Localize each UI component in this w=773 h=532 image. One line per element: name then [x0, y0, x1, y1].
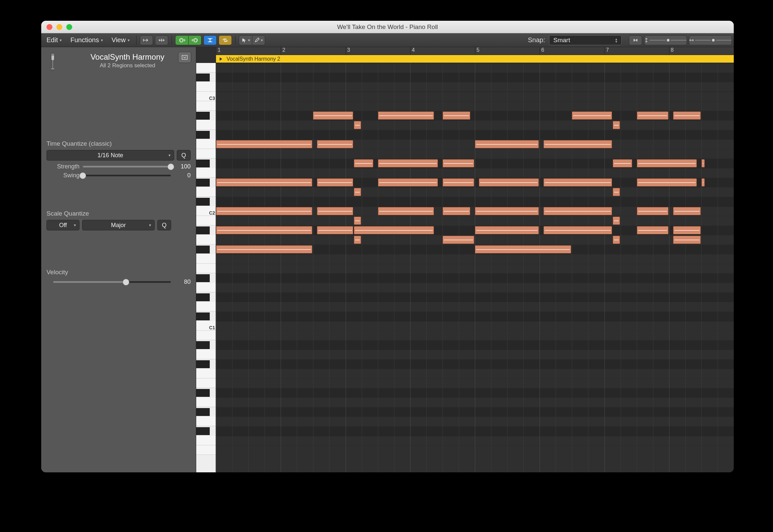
ruler-bar[interactable]: 4	[410, 47, 475, 55]
swing-slider[interactable]	[83, 175, 171, 176]
midi-note[interactable]	[216, 178, 312, 187]
svg-point-7	[196, 40, 197, 41]
midi-note[interactable]	[317, 226, 353, 234]
midi-note[interactable]	[613, 159, 632, 167]
close-button[interactable]	[46, 24, 52, 30]
midi-note[interactable]	[673, 111, 701, 120]
horizontal-zoom[interactable]	[689, 35, 732, 45]
zoom-to-fit-icon[interactable]	[629, 35, 642, 45]
midi-note[interactable]	[443, 207, 470, 215]
menu-edit[interactable]: Edit▾	[43, 35, 65, 45]
midi-note[interactable]	[378, 178, 438, 187]
minimize-button[interactable]	[56, 24, 62, 30]
midi-note[interactable]	[637, 178, 697, 187]
snap-select[interactable]: Smart ▴▾	[549, 35, 622, 45]
midi-note[interactable]	[378, 111, 434, 120]
ruler-bar[interactable]: 7	[605, 47, 669, 55]
midi-note[interactable]	[544, 178, 612, 187]
midi-note[interactable]	[701, 178, 705, 187]
pencil-tool-icon[interactable]: ▾	[252, 35, 265, 45]
midi-note[interactable]	[354, 159, 373, 167]
swing-label: Swing	[46, 172, 79, 179]
titlebar: We'll Take On the World - Piano Roll	[41, 21, 734, 33]
ruler-bar[interactable]: 6	[540, 47, 604, 55]
midi-note[interactable]	[475, 245, 571, 253]
snap-label: Snap:	[528, 36, 545, 44]
midi-note[interactable]	[613, 121, 620, 129]
midi-note[interactable]	[443, 178, 474, 187]
midi-note[interactable]	[673, 207, 701, 215]
midi-note[interactable]	[443, 111, 470, 120]
quantize-button[interactable]: Q	[177, 150, 191, 161]
pointer-tool-icon[interactable]: ▾	[239, 35, 252, 45]
midi-note[interactable]	[544, 226, 612, 234]
midi-note[interactable]	[673, 236, 701, 244]
midi-note[interactable]	[216, 226, 312, 234]
midi-note[interactable]	[378, 159, 438, 167]
auto-zoom-icon[interactable]	[155, 35, 168, 45]
region-name: VocalSynth Harmony 2	[226, 56, 280, 62]
midi-note[interactable]	[613, 236, 620, 244]
scale-quantize-button[interactable]: Q	[157, 220, 171, 230]
collapse-mode-icon[interactable]	[203, 35, 217, 45]
inspector-toggle-icon[interactable]	[178, 52, 191, 63]
scale-mode-select[interactable]: Major▾	[82, 220, 155, 230]
midi-note[interactable]	[354, 121, 361, 129]
svg-point-5	[194, 40, 195, 41]
midi-note[interactable]	[475, 207, 539, 215]
svg-rect-10	[51, 54, 54, 56]
vertical-zoom[interactable]	[644, 35, 687, 45]
midi-note[interactable]	[637, 159, 697, 167]
window: We'll Take On the World - Piano Roll Edi…	[41, 21, 734, 472]
notes-area[interactable]	[216, 63, 734, 472]
midi-note[interactable]	[544, 207, 612, 215]
midi-note[interactable]	[475, 140, 539, 148]
midi-note[interactable]	[216, 140, 312, 148]
menu-functions[interactable]: Functions▾	[67, 35, 106, 45]
link-icon[interactable]	[219, 35, 232, 45]
svg-rect-11	[52, 60, 53, 68]
ruler-bar[interactable]: 3	[345, 47, 410, 55]
zoom-button[interactable]	[66, 24, 72, 30]
midi-note[interactable]	[637, 226, 669, 234]
midi-note[interactable]	[673, 226, 701, 234]
midi-out-icon[interactable]	[188, 35, 201, 45]
piano-keys[interactable]: C3C2C1	[196, 63, 216, 472]
midi-note[interactable]	[479, 178, 539, 187]
midi-note[interactable]	[216, 207, 312, 215]
catch-playhead-icon[interactable]	[140, 35, 153, 45]
ruler-bar[interactable]: 1	[216, 47, 281, 55]
midi-note[interactable]	[613, 217, 620, 225]
velocity-slider[interactable]	[53, 281, 171, 283]
midi-note[interactable]	[354, 217, 361, 225]
region-strip[interactable]: VocalSynth Harmony 2	[216, 55, 734, 63]
midi-note[interactable]	[613, 188, 620, 196]
ruler-bar[interactable]: 2	[281, 47, 345, 55]
midi-note[interactable]	[637, 111, 669, 120]
midi-note[interactable]	[313, 111, 353, 120]
ruler[interactable]: 12345678	[216, 47, 734, 55]
time-quantize-title: Time Quantize (classic)	[46, 140, 191, 147]
scale-root-select[interactable]: Off▾	[46, 220, 79, 230]
time-quantize-select[interactable]: 1/16 Note▾	[46, 150, 174, 161]
midi-note[interactable]	[216, 245, 312, 253]
midi-in-icon[interactable]	[175, 35, 188, 45]
midi-note[interactable]	[443, 236, 474, 244]
menu-view[interactable]: View▾	[108, 35, 133, 45]
midi-note[interactable]	[378, 207, 434, 215]
ruler-bar[interactable]: 5	[475, 47, 540, 55]
midi-note[interactable]	[443, 159, 474, 167]
ruler-bar[interactable]: 8	[669, 47, 734, 55]
midi-note[interactable]	[354, 188, 361, 196]
midi-note[interactable]	[475, 226, 539, 234]
midi-note[interactable]	[317, 140, 353, 148]
midi-note[interactable]	[544, 140, 612, 148]
midi-note[interactable]	[354, 236, 361, 244]
midi-note[interactable]	[354, 226, 434, 234]
midi-note[interactable]	[317, 207, 353, 215]
midi-note[interactable]	[572, 111, 612, 120]
midi-note[interactable]	[317, 178, 353, 187]
midi-note[interactable]	[701, 159, 705, 167]
midi-note[interactable]	[637, 207, 669, 215]
strength-slider[interactable]	[83, 166, 171, 167]
